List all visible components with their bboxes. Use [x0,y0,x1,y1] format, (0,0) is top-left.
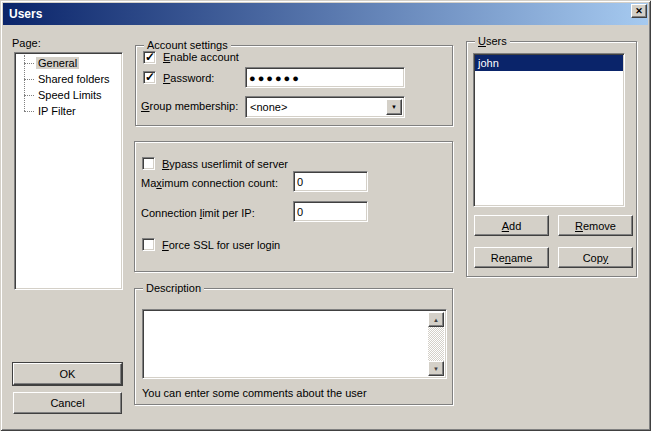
ok-button[interactable]: OK [13,363,122,385]
tree-item-shared-folders[interactable]: Shared folders [15,71,122,87]
force-ssl-label: Force SSL for user login [162,239,280,251]
user-list-item[interactable]: john [475,55,623,71]
description-hint: You can enter some comments about the us… [142,387,367,399]
scroll-down-icon[interactable]: ▼ [428,361,444,376]
force-ssl-checkbox[interactable] [142,238,155,251]
chevron-down-icon[interactable]: ▼ [386,99,402,115]
add-user-button[interactable]: Add [474,215,549,236]
account-settings-group-label: Account settings [144,39,231,51]
description-group-label: Description [143,282,204,294]
page-tree[interactable]: General Shared folders Speed Limits IP F… [14,52,123,290]
bypass-userlimit-checkbox[interactable] [142,157,155,170]
group-membership-label: Group membership: [141,100,238,112]
max-connection-input[interactable] [293,171,368,192]
description-text[interactable] [145,312,427,376]
users-dialog: Users ✕ Page: General Shared folders Spe… [0,0,651,431]
title-bar[interactable]: Users [3,3,648,25]
password-label: Password: [163,72,214,84]
enable-account-label: Enable account [163,51,239,63]
password-input[interactable] [245,67,405,88]
remove-user-button[interactable]: Remove [558,215,633,236]
tree-item-ip-filter[interactable]: IP Filter [15,103,122,119]
cancel-button[interactable]: Cancel [13,392,122,414]
tree-item-speed-limits[interactable]: Speed Limits [15,87,122,103]
enable-account-checkbox[interactable] [143,51,156,64]
description-textarea[interactable]: ▲ ▼ [142,309,447,379]
page-label: Page: [12,37,41,49]
rename-user-button[interactable]: Rename [474,247,549,268]
group-membership-dropdown[interactable]: <none> ▼ [245,96,405,118]
copy-user-button[interactable]: Copy [558,247,633,268]
scroll-up-icon[interactable]: ▲ [428,312,444,327]
users-group-label: Users [475,35,510,47]
close-icon[interactable]: ✕ [631,4,647,18]
tree-item-general[interactable]: General [15,55,122,71]
password-checkbox[interactable] [143,71,156,84]
connection-limit-ip-label: Connection limit per IP: [141,207,255,219]
description-scrollbar[interactable]: ▲ ▼ [428,312,444,376]
bypass-userlimit-label: Bypass userlimit of server [162,158,288,170]
max-connection-label: Maximum connection count: [141,177,278,189]
connection-limit-ip-input[interactable] [293,201,368,222]
users-listbox[interactable]: john [473,53,625,207]
group-membership-value: <none> [250,101,287,113]
window-title: Users [3,7,42,21]
